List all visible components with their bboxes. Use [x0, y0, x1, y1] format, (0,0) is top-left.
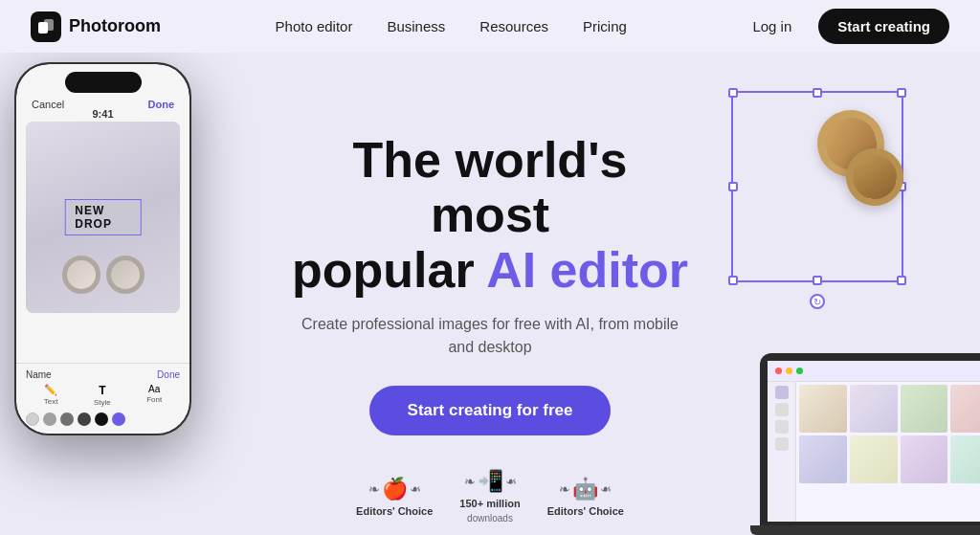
phone-done-top: Done: [148, 99, 175, 110]
product-thumb-1: [799, 385, 847, 433]
nav-links: Photo editor Business Resources Pricing: [276, 18, 627, 35]
laurel-right-3: ❧: [600, 481, 612, 497]
color-dot-4: [78, 412, 91, 426]
handle-tl: [728, 88, 738, 98]
hero-subtitle: Create professional images for free with…: [289, 313, 691, 359]
hero-title: The world's most popular AI editor: [289, 133, 691, 298]
handle-tr: [897, 88, 906, 98]
hero-section: Cancel 9:41 Done NEW DROP: [0, 53, 980, 535]
hero-title-line2: popular: [292, 242, 486, 298]
text-icon: ✏️: [44, 384, 57, 396]
download-count-icon: 📲: [478, 469, 503, 494]
color-dot-5: [95, 412, 108, 426]
apple-badge-text: Editors' Choice: [356, 505, 433, 517]
tool-text: ✏️ Text: [44, 384, 58, 407]
phone-time: 9:41: [92, 108, 113, 120]
login-button[interactable]: Log in: [741, 11, 803, 42]
navbar: Photoroom Photo editor Business Resource…: [0, 0, 980, 53]
start-creating-button[interactable]: Start creating: [818, 9, 949, 44]
traffic-red: [775, 368, 782, 374]
hero-content: The world's most popular AI editor Creat…: [289, 133, 691, 435]
logo-icon: [31, 11, 61, 42]
handle-bm: [813, 276, 822, 285]
sidebar-item-2: [775, 403, 789, 416]
style-label: Style: [94, 398, 111, 407]
nav-photo-editor[interactable]: Photo editor: [276, 18, 353, 34]
phone-cancel: Cancel: [32, 99, 64, 110]
nav-resources[interactable]: Resources: [479, 18, 548, 34]
phone-name-row: Name Done: [26, 369, 180, 380]
color-dot-6: [112, 412, 125, 426]
nav-actions: Log in Start creating: [741, 9, 949, 44]
tool-font: Aa Font: [146, 384, 162, 407]
style-icon: T: [99, 384, 105, 397]
sidebar-item-1: [775, 386, 789, 399]
laurel-left-1: ❧: [368, 481, 380, 497]
handle-br: [897, 276, 906, 285]
badge-apple: ❧ 🍎 ❧ Editors' Choice: [356, 477, 433, 517]
phone-bottom-bar: Name Done ✏️ Text T Style Aa: [16, 363, 189, 434]
text-label: Text: [44, 397, 58, 406]
laptop-app-header: [768, 361, 980, 382]
font-icon: Aa: [148, 384, 160, 394]
sidebar-item-3: [775, 420, 789, 434]
badge-downloads: ❧ 📲 ❧ 150+ million downloads: [459, 469, 520, 524]
laurel-right-1: ❧: [410, 481, 421, 497]
downloads-label: downloads: [467, 513, 513, 524]
phone-image-area: NEW DROP: [26, 122, 180, 313]
laurel-downloads: ❧ 📲 ❧: [464, 469, 517, 494]
traffic-green: [796, 368, 803, 374]
color-dot-2: [43, 412, 56, 426]
sidebar-item-4: [775, 437, 789, 451]
svg-rect-1: [44, 19, 54, 31]
laurel-left-2: ❧: [464, 474, 476, 489]
product-thumb-3: [901, 385, 948, 433]
apple-icon: 🍎: [382, 477, 408, 502]
phone-notch: [65, 72, 142, 93]
handle-ml: [728, 182, 738, 191]
hero-title-highlight: AI editor: [486, 242, 688, 298]
nav-pricing[interactable]: Pricing: [583, 18, 627, 34]
color-dot-1: [26, 412, 39, 426]
android-icon: 🤖: [572, 477, 598, 502]
laurel-apple: ❧ 🍎 ❧: [368, 477, 421, 502]
bottom-badges: ❧ 🍎 ❧ Editors' Choice ❧ 📲 ❧ 150+ million…: [0, 469, 980, 524]
tool-style: T Style: [94, 384, 111, 407]
logo-text: Photoroom: [69, 16, 161, 36]
font-label: Font: [146, 395, 162, 404]
new-drop-label: NEW DROP: [64, 199, 142, 235]
nav-business[interactable]: Business: [387, 18, 445, 34]
phone-frame: Cancel 9:41 Done NEW DROP: [14, 62, 191, 435]
phone-screen: Cancel 9:41 Done NEW DROP: [16, 64, 189, 434]
android-badge-text: Editors' Choice: [547, 505, 624, 517]
laurel-right-2: ❧: [505, 474, 517, 489]
color-dot-3: [60, 412, 74, 426]
product-thumb-4: [950, 385, 980, 433]
color-palette: [26, 411, 180, 428]
laurel-android: ❧ 🤖 ❧: [559, 477, 612, 502]
handle-bl: [728, 276, 738, 285]
phone-toolbar: ✏️ Text T Style Aa Font: [26, 384, 180, 407]
laptop-base: [750, 525, 980, 535]
phone-name-label: Name: [26, 369, 52, 380]
product-thumb-2: [850, 385, 898, 433]
download-count: 150+ million: [459, 498, 520, 509]
phone-top-bar: Cancel 9:41 Done: [16, 99, 189, 110]
laurel-left-3: ❧: [559, 481, 570, 497]
logo[interactable]: Photoroom: [31, 11, 161, 42]
phone-mockup: Cancel 9:41 Done NEW DROP: [14, 62, 215, 435]
hero-title-line1: The world's most: [353, 132, 628, 242]
phone-done-bottom: Done: [157, 369, 180, 380]
cta-button[interactable]: Start creating for free: [369, 386, 612, 435]
rotate-handle: ↻: [810, 294, 825, 309]
handle-tm: [813, 88, 822, 98]
earrings-mockup: ↻: [731, 91, 923, 301]
traffic-yellow: [786, 368, 792, 374]
badge-android: ❧ 🤖 ❧ Editors' Choice: [547, 477, 624, 517]
